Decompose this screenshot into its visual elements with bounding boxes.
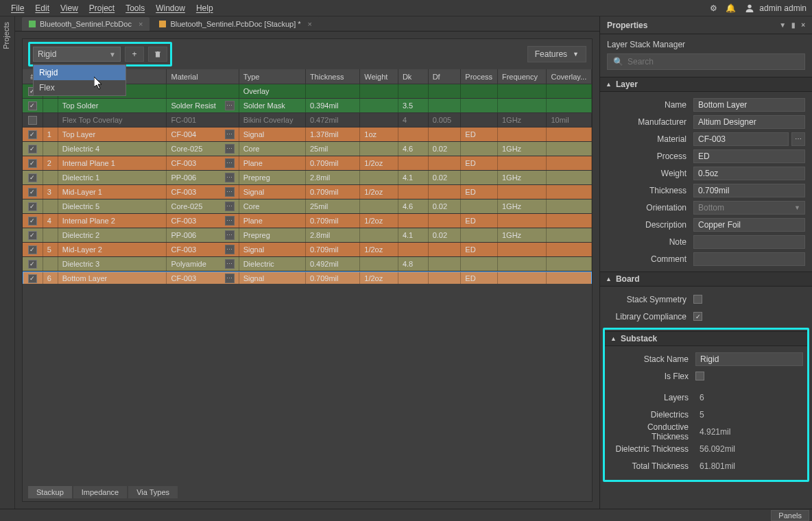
btab-viatypes[interactable]: Via Types [128,486,178,498]
bell-icon[interactable]: 🔔 [726,3,736,13]
btab-impedance[interactable]: Impedance [73,486,127,498]
prop-process-field[interactable]: ED [693,149,805,163]
menu-tools[interactable]: Tools [120,1,150,15]
col-frequency[interactable]: Frequency [498,69,547,84]
prop-thickness-field[interactable]: 0.709mil [693,184,805,197]
table-row[interactable]: Flex Top CoverlayFC-001Bikini Coverlay0.… [23,113,592,128]
col-material[interactable]: Material [167,69,239,84]
table-row[interactable]: ✓Dielectric 5Core-025⋯Core25mil4.60.021G… [23,199,592,214]
add-substack-button[interactable]: + [125,47,144,62]
table-row[interactable]: ✓Dielectric 4Core-025⋯Core25mil4.60.021G… [23,142,592,156]
section-layer[interactable]: ▲Layer [600,77,812,92]
stackup-editor: Rigid ▼ + Rigid Flex Features ▼ # [22,38,593,502]
table-row[interactable]: ✓3Mid-Layer 1CF-003⋯Signal0.709mil1/2ozE… [23,185,592,199]
features-button[interactable]: Features ▼ [527,46,586,62]
search-box[interactable]: 🔍 [607,53,805,70]
row-checkbox[interactable]: ✓ [28,159,37,168]
chevron-down-icon: ▼ [109,51,116,58]
row-checkbox[interactable] [28,116,37,125]
row-checkbox[interactable]: ✓ [28,188,37,197]
material-picker-button[interactable]: ⋯ [225,216,235,226]
close-icon[interactable]: × [139,20,143,28]
library-compliance-checkbox[interactable]: ✓ [693,312,702,321]
row-checkbox[interactable]: ✓ [28,217,37,226]
col-process[interactable]: Process [461,69,498,84]
material-picker-button[interactable]: ⋯ [225,245,235,254]
col-coverlay[interactable]: Coverlay... [547,69,592,84]
close-icon[interactable]: × [308,20,312,28]
substack-dropdown-menu: Rigid Flex [33,64,126,96]
menu-project[interactable]: Project [84,1,120,15]
prop-material-field[interactable]: CF-003 [693,132,789,146]
menu-view[interactable]: View [55,1,84,15]
row-checkbox[interactable]: ✓ [28,231,37,240]
material-picker-button[interactable]: ⋯ [225,130,235,139]
btab-stackup[interactable]: Stackup [28,486,72,498]
tab-pcbdoc[interactable]: Bluetooth_Sentinel.PcbDoc × [22,17,150,31]
panels-button[interactable]: Panels [771,510,809,521]
pin-icon[interactable]: ▼ [779,21,786,29]
close-icon[interactable]: × [801,21,805,29]
tab-stackup[interactable]: Bluetooth_Sentinel.PcbDoc [Stackup] * × [152,17,319,31]
table-row[interactable]: ✓6Bottom LayerCF-003⋯Signal0.709mil1/2oz… [23,271,592,284]
material-picker-button[interactable]: ⋯ [225,274,235,283]
col-thickness[interactable]: Thickness [306,69,360,84]
material-picker-button[interactable]: ⋯ [225,173,235,182]
table-row[interactable]: ✓1Top LayerCF-004⋯Signal1.378mil1ozED [23,128,592,142]
menu-file[interactable]: File [5,1,29,15]
col-weight[interactable]: Weight [360,69,398,84]
material-picker-button[interactable]: ⋯ [225,259,235,269]
material-browse-button[interactable]: ⋯ [791,132,805,146]
material-picker-button[interactable]: ⋯ [225,187,235,197]
prop-comment-field[interactable] [693,252,805,266]
row-checkbox[interactable]: ✓ [28,145,37,154]
section-substack[interactable]: ▲Substack [605,331,807,346]
prop-weight-field[interactable]: 0.5oz [693,167,805,180]
dropdown-item-flex[interactable]: Flex [34,80,126,95]
table-row[interactable]: ✓4Internal Plane 2CF-003⋯Plane0.709mil1/… [23,214,592,228]
material-picker-button[interactable]: ⋯ [225,144,235,154]
grid-body[interactable]: ✓Top OverlayOverlay✓Top SolderSolder Res… [23,84,592,284]
stack-symmetry-checkbox[interactable] [693,295,702,304]
material-picker-button[interactable]: ⋯ [225,101,235,110]
col-df[interactable]: Df [429,69,462,84]
row-checkbox[interactable]: ✓ [28,202,37,211]
material-picker-button[interactable]: ⋯ [225,202,235,211]
table-row[interactable]: ✓Top SolderSolder Resist⋯Solder Mask0.39… [23,99,592,113]
table-row[interactable]: ✓Dielectric 2PP-006⋯Prepreg2.8mil4.10.02… [23,228,592,243]
delete-substack-button[interactable] [148,47,167,62]
menu-help[interactable]: Help [191,1,219,15]
prop-note-field[interactable] [693,235,805,249]
dock-icon[interactable]: ▮ [791,21,796,29]
row-checkbox[interactable]: ✓ [28,260,37,269]
menu-edit[interactable]: Edit [29,1,55,15]
is-flex-checkbox[interactable] [695,372,704,380]
search-input[interactable] [628,57,799,66]
material-picker-button[interactable]: ⋯ [225,230,235,240]
projects-tab[interactable]: Projects [0,16,12,55]
menu-window[interactable]: Window [150,1,191,15]
row-checkbox[interactable]: ✓ [28,101,37,110]
row-checkbox[interactable]: ✓ [28,173,37,182]
substack-dropdown[interactable]: Rigid ▼ [33,47,121,62]
svg-point-0 [748,4,752,8]
material-picker-button[interactable]: ⋯ [225,158,235,168]
gear-icon[interactable]: ⚙ [710,3,717,13]
prop-orientation-field[interactable]: Bottom▼ [693,201,805,215]
section-board[interactable]: ▲Board [600,271,812,287]
row-checkbox[interactable]: ✓ [28,245,37,254]
prop-name-field[interactable]: Bottom Layer [693,98,805,112]
row-checkbox[interactable]: ✓ [28,130,37,139]
col-type[interactable]: Type [239,69,306,84]
prop-description-field[interactable]: Copper Foil [693,218,805,232]
prop-manufacturer-field[interactable]: Altium Designer [693,115,805,129]
row-checkbox[interactable]: ✓ [28,274,37,283]
table-row[interactable]: ✓Dielectric 1PP-006⋯Prepreg2.8mil4.10.02… [23,171,592,185]
user-badge[interactable]: admin admin [744,3,807,14]
table-row[interactable]: ✓Dielectric 3Polyamide⋯Dielectric0.492mi… [23,257,592,271]
stack-name-field[interactable]: Rigid [695,352,803,366]
dropdown-item-rigid[interactable]: Rigid [34,65,126,80]
col-dk[interactable]: Dk [398,69,429,84]
table-row[interactable]: ✓5Mid-Layer 2CF-003⋯Signal0.709mil1/2ozE… [23,243,592,257]
table-row[interactable]: ✓2Internal Plane 1CF-003⋯Plane0.709mil1/… [23,156,592,171]
